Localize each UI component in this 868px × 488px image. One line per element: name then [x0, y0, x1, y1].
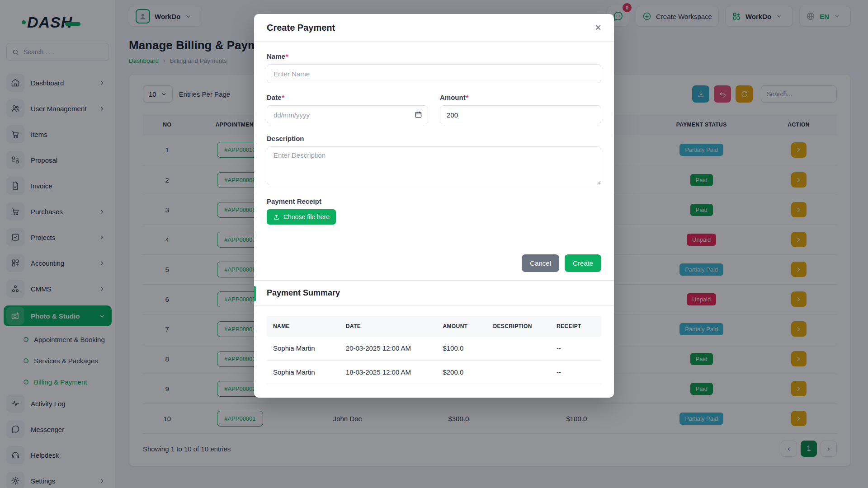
summary-row: Sophia Martin 18-03-2025 12:00 AM $200.0…	[267, 360, 601, 384]
modal-actions: Cancel Create	[267, 254, 601, 272]
summary-cell-amount: $200.0	[437, 360, 487, 384]
date-label: Date*	[267, 94, 428, 101]
payment-summary-table: NAME DATE AMOUNT DESCRIPTION RECEIPT Sop…	[267, 316, 601, 384]
summary-col-date: DATE	[340, 316, 438, 337]
summary-cell-description	[487, 360, 551, 384]
summary-cell-date: 20-03-2025 12:00 AM	[340, 337, 438, 360]
modal-header: Create Payment ×	[254, 14, 614, 42]
create-button[interactable]: Create	[565, 254, 601, 272]
required-asterisk: *	[282, 94, 285, 101]
modal-title: Create Payment	[267, 23, 335, 33]
required-asterisk: *	[466, 94, 469, 101]
choose-file-button[interactable]: Choose file here	[267, 209, 336, 225]
name-input[interactable]	[267, 64, 601, 83]
summary-col-name: NAME	[267, 316, 340, 337]
name-label: Name*	[267, 52, 601, 60]
date-amount-row: Date* Amount*	[267, 94, 601, 124]
date-field-group: Date*	[267, 94, 428, 124]
payment-summary-header: Payment Summary	[254, 281, 614, 306]
amount-label: Amount*	[440, 94, 601, 101]
amount-field-group: Amount*	[440, 94, 601, 124]
description-textarea[interactable]	[267, 146, 601, 185]
create-payment-modal: Create Payment × Name* Date* Amount* Des…	[254, 14, 614, 398]
summary-row: Sophia Martin 20-03-2025 12:00 AM $100.0…	[267, 337, 601, 360]
amount-input[interactable]	[440, 105, 601, 124]
modal-body: Name* Date* Amount* Description Payment …	[254, 42, 614, 280]
close-icon[interactable]: ×	[595, 22, 601, 33]
summary-cell-receipt: --	[551, 337, 601, 360]
calendar-icon[interactable]	[415, 111, 422, 118]
choose-file-label: Choose file here	[283, 213, 330, 221]
summary-cell-name: Sophia Martin	[267, 337, 340, 360]
cancel-button[interactable]: Cancel	[522, 254, 559, 272]
date-input-wrap	[267, 105, 428, 124]
summary-cell-amount: $100.0	[437, 337, 487, 360]
payment-summary-section: Payment Summary NAME DATE AMOUNT DESCRIP…	[254, 280, 614, 398]
summary-cell-name: Sophia Martin	[267, 360, 340, 384]
summary-col-description: DESCRIPTION	[487, 316, 551, 337]
payment-summary-table-wrap: NAME DATE AMOUNT DESCRIPTION RECEIPT Sop…	[254, 306, 614, 398]
receipt-field-group: Payment Receipt Choose file here	[267, 197, 601, 225]
payment-summary-title: Payment Summary	[267, 288, 340, 298]
summary-col-receipt: RECEIPT	[551, 316, 601, 337]
summary-header-row: NAME DATE AMOUNT DESCRIPTION RECEIPT	[267, 316, 601, 337]
summary-cell-date: 18-03-2025 12:00 AM	[340, 360, 438, 384]
summary-cell-description	[487, 337, 551, 360]
name-field-group: Name*	[267, 52, 601, 83]
summary-cell-receipt: --	[551, 360, 601, 384]
description-label: Description	[267, 135, 601, 142]
date-input[interactable]	[267, 105, 428, 124]
receipt-label: Payment Receipt	[267, 197, 601, 205]
summary-col-amount: AMOUNT	[437, 316, 487, 337]
description-field-group: Description	[267, 135, 601, 187]
required-asterisk: *	[286, 52, 288, 60]
summary-accent-bar	[254, 286, 256, 301]
upload-icon	[273, 214, 280, 221]
